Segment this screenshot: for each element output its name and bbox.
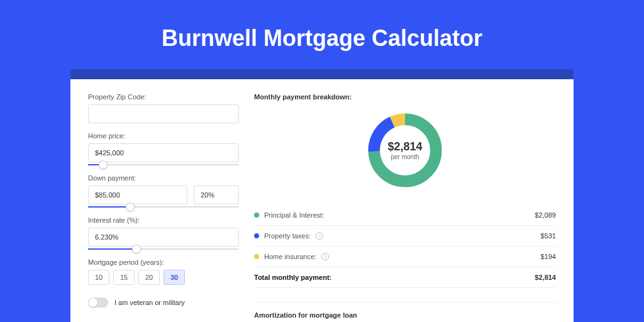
period-button-10[interactable]: 10 (88, 270, 109, 285)
period-button-20[interactable]: 20 (138, 270, 160, 285)
home-price-input[interactable] (88, 143, 239, 162)
down-payment-slider[interactable] (88, 206, 239, 208)
breakdown-panel: Monthly payment breakdown: $2,814 per mo… (254, 93, 556, 322)
interest-slider[interactable] (88, 248, 239, 250)
total-label: Total monthly payment: (254, 274, 331, 281)
down-payment-pct-input[interactable] (194, 186, 239, 204)
legend-value: $531 (541, 232, 556, 240)
amortization-section: Amortization for mortgage loan Amortizat… (254, 302, 556, 322)
period-buttons: 10152030 (88, 270, 239, 285)
legend-dot (254, 233, 259, 238)
legend-list: Principal & Interest:$2,089Property taxe… (254, 205, 556, 267)
page-title: Burnwell Mortgage Calculator (0, 25, 644, 52)
period-button-30[interactable]: 30 (164, 270, 185, 285)
breakdown-title: Monthly payment breakdown: (254, 93, 556, 101)
card-wrapper: Property Zip Code: Home price: Down paym… (70, 69, 574, 322)
donut-amount: $2,814 (387, 140, 422, 153)
breakdown-donut: $2,814 per month (364, 109, 446, 191)
zip-label: Property Zip Code: (88, 93, 239, 101)
amort-title: Amortization for mortgage loan (254, 311, 556, 319)
veteran-toggle[interactable] (88, 297, 108, 308)
home-price-label: Home price: (88, 132, 239, 140)
legend-row: Principal & Interest:$2,089 (254, 205, 556, 226)
interest-label: Interest rate (%): (88, 216, 239, 224)
legend-dot (254, 213, 259, 218)
legend-row: Home insurance:?$194 (254, 247, 556, 267)
zip-input[interactable] (88, 104, 239, 123)
interest-input[interactable] (88, 228, 239, 247)
legend-row: Property taxes:?$531 (254, 226, 556, 247)
total-value: $2,814 (535, 274, 556, 281)
form-panel: Property Zip Code: Home price: Down paym… (88, 93, 239, 322)
down-payment-label: Down payment: (88, 174, 239, 182)
legend-value: $194 (541, 253, 556, 260)
legend-total: Total monthly payment: $2,814 (254, 267, 556, 288)
legend-value: $2,089 (535, 211, 556, 219)
veteran-label: I am veteran or military (114, 299, 185, 306)
donut-sub: per month (387, 153, 422, 160)
info-icon[interactable]: ? (316, 232, 323, 240)
period-label: Mortgage period (years): (88, 258, 239, 266)
legend-label: Property taxes: (264, 232, 311, 240)
legend-label: Home insurance: (264, 253, 316, 260)
legend-dot (254, 254, 259, 259)
info-icon[interactable]: ? (321, 253, 329, 260)
legend-label: Principal & Interest: (264, 211, 324, 219)
period-button-15[interactable]: 15 (113, 270, 135, 285)
down-payment-input[interactable] (88, 186, 187, 204)
calculator-card: Property Zip Code: Home price: Down paym… (70, 79, 574, 322)
home-price-slider[interactable] (88, 164, 239, 165)
